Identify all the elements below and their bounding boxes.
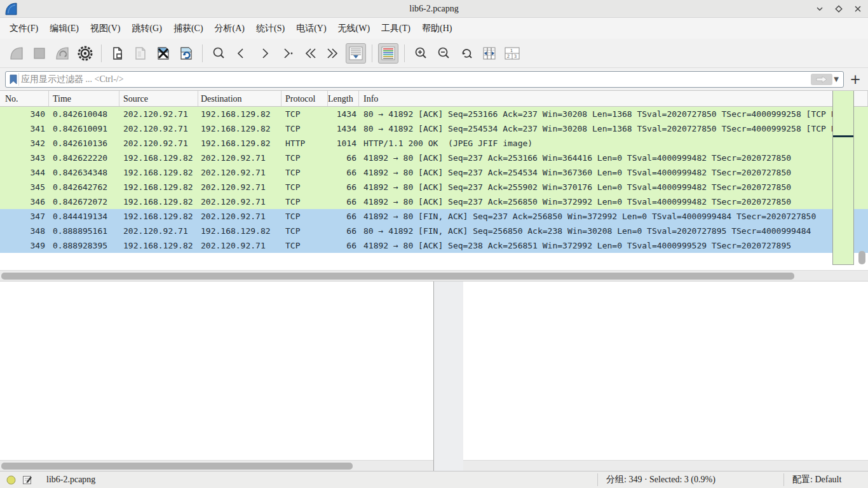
packet-cell-proto: TCP (281, 107, 328, 121)
bytes-horizontal-scrollbar[interactable] (463, 460, 868, 471)
start-capture-icon[interactable] (6, 43, 27, 64)
packet-cell-info: 80 → 41892 [FIN, ACK] Seq=256850 Ack=238… (359, 224, 868, 238)
column-header[interactable]: Destination (198, 91, 281, 106)
stop-capture-icon[interactable] (29, 43, 50, 64)
packet-cell-dst: 192.168.129.82 (198, 224, 281, 238)
restart-capture-icon[interactable] (52, 43, 72, 64)
column-header[interactable]: Info (359, 91, 868, 106)
horizontal-scrollbar-thumb[interactable] (1, 273, 794, 280)
packet-row[interactable]: 3440.842634348192.168.129.82202.120.92.7… (0, 165, 868, 180)
maximize-icon[interactable] (834, 4, 844, 14)
display-filter-field[interactable]: ▼ (5, 71, 844, 88)
lower-panes (0, 281, 868, 471)
packet-cell-src: 202.120.92.71 (119, 107, 198, 121)
column-header[interactable]: Time (49, 91, 119, 106)
go-last-icon[interactable] (323, 43, 343, 64)
filter-dropdown-icon[interactable]: ▼ (834, 76, 839, 83)
menu-item[interactable]: 视图(V) (85, 20, 126, 37)
menu-item[interactable]: 文件(F) (4, 20, 44, 37)
capture-options-icon[interactable] (75, 43, 95, 64)
go-first-icon[interactable] (300, 43, 320, 64)
resize-columns-icon[interactable] (479, 43, 499, 64)
packet-row[interactable]: 3410.842610091202.120.92.71192.168.129.8… (0, 121, 868, 136)
title-bar: lib6-2.pcapng (0, 0, 868, 18)
packet-cell-proto: TCP (281, 194, 328, 209)
packet-cell-src: 192.168.129.82 (119, 165, 198, 180)
display-filter-input[interactable] (21, 72, 811, 86)
column-header[interactable]: Source (119, 91, 198, 106)
capture-comment-icon[interactable] (22, 475, 32, 485)
go-forward-icon[interactable] (254, 43, 275, 64)
packet-cell-src: 192.168.129.82 (119, 180, 198, 194)
menu-item[interactable]: 分析(A) (209, 20, 250, 37)
vertical-scrollbar-thumb[interactable] (858, 251, 865, 264)
column-header[interactable]: Length (328, 91, 359, 106)
packet-bytes-pane[interactable] (463, 281, 868, 471)
menu-item[interactable]: 编辑(E) (44, 20, 85, 37)
zoom-in-icon[interactable] (410, 43, 431, 64)
expert-info-icon[interactable] (6, 475, 16, 485)
wireshark-logo-icon (4, 2, 18, 16)
packet-cell-info: 80 → 41892 [ACK] Seq=253166 Ack=237 Win=… (359, 107, 868, 121)
packet-cell-info: 41892 → 80 [ACK] Seq=238 Ack=256851 Win=… (359, 238, 868, 253)
packet-cell-src: 192.168.129.82 (119, 238, 198, 253)
packet-cell-info: 80 → 41892 [ACK] Seq=254534 Ack=237 Win=… (359, 121, 868, 136)
packet-details-pane[interactable] (0, 281, 434, 471)
zoom-reset-icon[interactable] (456, 43, 477, 64)
packet-row[interactable]: 3400.842610048202.120.92.71192.168.129.8… (0, 107, 868, 121)
packet-cell-time: 0.842642762 (49, 180, 119, 194)
save-file-icon[interactable] (130, 43, 151, 64)
minimize-icon[interactable] (815, 4, 825, 14)
horizontal-scrollbar[interactable] (0, 270, 868, 281)
find-packet-icon[interactable] (208, 43, 229, 64)
packet-cell-time: 0.888928395 (49, 238, 119, 253)
close-icon[interactable] (853, 4, 863, 14)
auto-scroll-icon[interactable] (346, 43, 366, 64)
status-profile[interactable]: 配置: Default (792, 474, 841, 485)
packet-cell-src: 192.168.129.82 (119, 151, 198, 165)
svg-text:3: 3 (514, 54, 517, 59)
add-filter-button[interactable]: + (848, 71, 863, 88)
packet-row[interactable]: 3460.842672072192.168.129.82202.120.92.7… (0, 194, 868, 209)
packet-cell-len: 66 (328, 224, 359, 238)
packet-row[interactable]: 3430.842622220192.168.129.82202.120.92.7… (0, 151, 868, 165)
menu-item[interactable]: 捕获(C) (168, 20, 209, 37)
column-header[interactable]: Protocol (281, 91, 328, 106)
packet-cell-proto: TCP (281, 238, 328, 253)
reload-file-icon[interactable] (176, 43, 196, 64)
pane-splitter[interactable] (434, 281, 463, 471)
menu-item[interactable]: 无线(W) (332, 20, 376, 37)
details-scrollbar-thumb[interactable] (1, 463, 353, 470)
zoom-out-icon[interactable] (433, 43, 454, 64)
packet-cell-proto: TCP (281, 224, 328, 238)
menu-item[interactable]: 工具(T) (376, 20, 416, 37)
close-file-icon[interactable] (153, 43, 173, 64)
column-header[interactable]: No. (0, 91, 49, 106)
packet-row[interactable]: 3480.888895161202.120.92.71192.168.129.8… (0, 224, 868, 238)
packet-cell-dst: 202.120.92.71 (198, 194, 281, 209)
filter-bookmark-icon[interactable] (8, 73, 19, 86)
wireshark-window: lib6-2.pcapng 文件(F)编辑(E)视图(V)跳转(G)捕获(C)分… (0, 0, 868, 488)
packet-cell-proto: TCP (281, 151, 328, 165)
colorize-icon[interactable] (378, 43, 398, 64)
svg-text:1: 1 (510, 48, 513, 53)
layout-icon[interactable]: 123 (502, 43, 522, 64)
menu-item[interactable]: 电话(Y) (290, 20, 332, 37)
intelligent-scrollbar[interactable] (832, 91, 854, 265)
menu-item[interactable]: 统计(S) (250, 20, 290, 37)
packet-row[interactable]: 3450.842642762192.168.129.82202.120.92.7… (0, 180, 868, 194)
menu-item[interactable]: 跳转(G) (126, 20, 167, 37)
go-to-packet-icon[interactable] (277, 43, 297, 64)
apply-filter-icon[interactable] (811, 74, 832, 85)
open-file-icon[interactable] (107, 43, 128, 64)
details-horizontal-scrollbar[interactable] (0, 460, 433, 471)
packet-cell-src: 202.120.92.71 (119, 224, 198, 238)
packet-cell-len: 66 (328, 151, 359, 165)
packet-cell-dst: 202.120.92.71 (198, 151, 281, 165)
packet-row[interactable]: 3470.844419134192.168.129.82202.120.92.7… (0, 209, 868, 224)
go-back-icon[interactable] (231, 43, 252, 64)
menu-item[interactable]: 帮助(H) (416, 20, 458, 37)
packet-row[interactable]: 3490.888928395192.168.129.82202.120.92.7… (0, 238, 868, 253)
status-filename[interactable]: lib6-2.pcapng (46, 475, 95, 485)
packet-row[interactable]: 3420.842610136202.120.92.71192.168.129.8… (0, 136, 868, 151)
